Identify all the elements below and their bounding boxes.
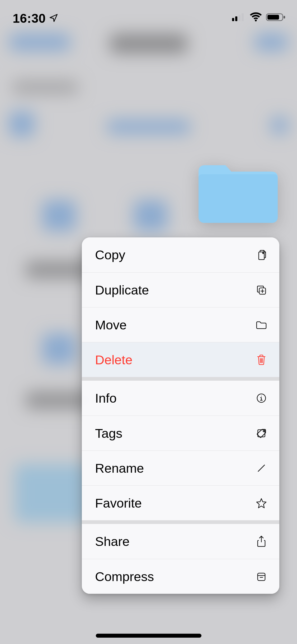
status-bar: 16:30 xyxy=(0,0,297,34)
home-indicator xyxy=(96,634,201,638)
svg-point-9 xyxy=(261,396,262,397)
menu-item-rename[interactable]: Rename xyxy=(82,450,279,485)
menu-label: Info xyxy=(95,391,117,406)
menu-label: Delete xyxy=(95,352,133,367)
svg-rect-1 xyxy=(235,16,237,21)
folder-icon xyxy=(255,319,268,331)
menu-section-1: Copy Duplicate Move xyxy=(82,237,279,377)
svg-rect-2 xyxy=(238,15,241,21)
star-icon xyxy=(255,497,268,509)
svg-rect-5 xyxy=(267,15,279,20)
menu-label: Duplicate xyxy=(95,283,149,297)
info-icon xyxy=(255,392,268,404)
menu-label: Tags xyxy=(95,426,122,441)
cellular-icon xyxy=(232,12,246,22)
menu-label: Copy xyxy=(95,247,125,262)
pencil-icon xyxy=(255,462,268,475)
menu-section-2: Info Tags Rename xyxy=(82,377,279,520)
menu-section-3: Share Compress xyxy=(82,520,279,594)
svg-rect-11 xyxy=(258,573,265,581)
share-icon xyxy=(255,535,268,548)
wifi-icon xyxy=(249,12,262,22)
menu-label: Rename xyxy=(95,461,144,476)
menu-item-duplicate[interactable]: Duplicate xyxy=(82,272,279,307)
folder-preview[interactable] xyxy=(197,160,279,225)
svg-rect-0 xyxy=(232,18,234,21)
menu-item-tags[interactable]: Tags xyxy=(82,416,279,450)
location-arrow-icon xyxy=(46,11,58,26)
context-menu: Copy Duplicate Move xyxy=(82,237,279,594)
menu-item-compress[interactable]: Compress xyxy=(82,559,279,594)
trash-icon xyxy=(255,353,268,366)
menu-item-info[interactable]: Info xyxy=(82,381,279,416)
status-time: 16:30 xyxy=(13,11,46,26)
menu-label: Favorite xyxy=(95,496,142,510)
duplicate-icon xyxy=(255,284,268,296)
svg-rect-3 xyxy=(242,13,244,21)
menu-label: Share xyxy=(95,534,130,549)
menu-label: Compress xyxy=(95,569,154,584)
menu-label: Move xyxy=(95,318,127,332)
menu-item-move[interactable]: Move xyxy=(82,307,279,342)
menu-item-favorite[interactable]: Favorite xyxy=(82,485,279,520)
copy-icon xyxy=(255,249,268,261)
battery-icon xyxy=(266,12,286,22)
menu-item-delete[interactable]: Delete xyxy=(82,342,279,377)
tag-icon xyxy=(255,427,268,440)
svg-rect-6 xyxy=(284,16,285,19)
svg-point-10 xyxy=(263,430,264,431)
menu-item-copy[interactable]: Copy xyxy=(82,237,279,272)
archive-icon xyxy=(255,570,268,583)
menu-item-share[interactable]: Share xyxy=(82,524,279,559)
